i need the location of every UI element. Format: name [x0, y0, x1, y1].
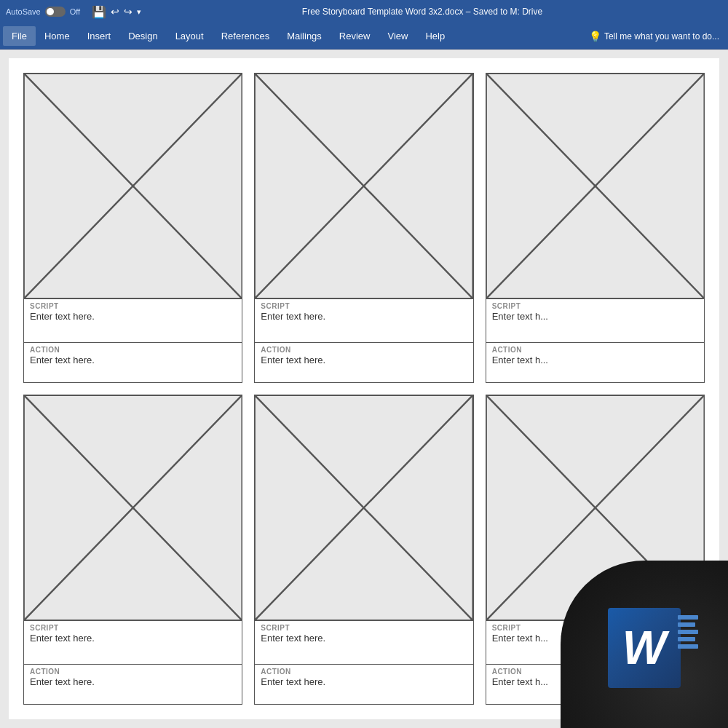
tab-references[interactable]: References: [213, 26, 278, 46]
action-section-5: ACTION Enter text here.: [255, 664, 472, 704]
script-label-5: SCRIPT: [261, 624, 467, 632]
image-placeholder-2: [255, 74, 472, 298]
action-text-3[interactable]: Enter text h...: [492, 355, 698, 365]
word-line-1: [678, 615, 698, 620]
tab-layout[interactable]: Layout: [167, 26, 213, 46]
word-logo-overlay: W: [561, 561, 728, 728]
off-label: Off: [70, 7, 80, 16]
title-bar-left: AutoSave Off 💾 ↩ ↪ ▾: [6, 5, 210, 19]
action-label-4: ACTION: [30, 668, 236, 676]
script-section-2: SCRIPT Enter text here.: [255, 298, 472, 342]
word-letter: W: [622, 625, 666, 671]
word-line-5: [678, 644, 698, 649]
script-text-5[interactable]: Enter text here.: [261, 633, 467, 644]
script-section-3: SCRIPT Enter text h...: [486, 298, 704, 342]
script-text-1[interactable]: Enter text here.: [30, 311, 236, 322]
action-section-1: ACTION Enter text here.: [24, 342, 242, 382]
tab-insert[interactable]: Insert: [79, 26, 120, 46]
script-section-1: SCRIPT Enter text here.: [24, 298, 242, 342]
tab-mailings[interactable]: Mailings: [278, 26, 331, 46]
tell-me-text: Tell me what you want to do...: [604, 31, 719, 41]
action-section-4: ACTION Enter text here.: [24, 664, 242, 704]
tab-home[interactable]: Home: [36, 26, 79, 46]
save-icon[interactable]: 💾: [92, 5, 106, 19]
tab-review[interactable]: Review: [331, 26, 379, 46]
action-section-2: ACTION Enter text here.: [255, 342, 472, 382]
image-placeholder-5: [255, 395, 472, 620]
storyboard-cell-2: SCRIPT Enter text here. ACTION Enter tex…: [254, 73, 473, 383]
tab-view[interactable]: View: [379, 26, 416, 46]
tab-design[interactable]: Design: [119, 26, 166, 46]
autosave-label: AutoSave: [6, 7, 41, 16]
script-label-4: SCRIPT: [30, 624, 236, 632]
ribbon-menu: File Home Insert Design Layout Reference…: [0, 23, 728, 50]
image-placeholder-1: [24, 74, 242, 298]
action-section-3: ACTION Enter text h...: [486, 342, 704, 382]
script-label-1: SCRIPT: [30, 302, 236, 310]
script-label-2: SCRIPT: [261, 302, 467, 310]
storyboard-cell-4: SCRIPT Enter text here. ACTION Enter tex…: [23, 395, 242, 705]
word-lines: [678, 615, 698, 649]
redo-icon[interactable]: ↪: [124, 6, 132, 17]
script-text-3[interactable]: Enter text h...: [492, 311, 698, 322]
storyboard-cell-3: SCRIPT Enter text h... ACTION Enter text…: [486, 73, 705, 383]
word-line-4: [678, 637, 695, 641]
word-line-2: [678, 622, 695, 627]
word-logo: W: [608, 608, 703, 703]
word-logo-background: W: [608, 608, 681, 688]
script-label-3: SCRIPT: [492, 302, 698, 310]
script-section-5: SCRIPT Enter text here.: [255, 620, 472, 664]
word-line-3: [678, 630, 698, 634]
script-text-2[interactable]: Enter text here.: [261, 311, 467, 322]
customize-icon[interactable]: ▾: [137, 7, 141, 17]
lightbulb-icon: 💡: [589, 31, 601, 42]
action-label-2: ACTION: [261, 346, 467, 354]
toggle-knob: [47, 8, 54, 15]
tab-file[interactable]: File: [3, 26, 36, 46]
action-text-2[interactable]: Enter text here.: [261, 355, 467, 365]
action-text-5[interactable]: Enter text here.: [261, 676, 467, 687]
action-text-1[interactable]: Enter text here.: [30, 355, 236, 365]
action-label-5: ACTION: [261, 668, 467, 676]
tell-me-box[interactable]: 💡 Tell me what you want to do...: [589, 31, 725, 42]
script-section-4: SCRIPT Enter text here.: [24, 620, 242, 664]
action-label-1: ACTION: [30, 346, 236, 354]
action-text-4[interactable]: Enter text here.: [30, 676, 236, 687]
image-placeholder-4: [24, 395, 242, 620]
tab-help[interactable]: Help: [416, 26, 454, 46]
action-label-3: ACTION: [492, 346, 698, 354]
title-bar: AutoSave Off 💾 ↩ ↪ ▾ Free Storyboard Tem…: [0, 0, 728, 23]
undo-icon[interactable]: ↩: [111, 6, 119, 17]
storyboard-cell-5: SCRIPT Enter text here. ACTION Enter tex…: [254, 395, 473, 705]
autosave-toggle[interactable]: [45, 7, 66, 17]
image-placeholder-3: [486, 74, 704, 298]
storyboard-cell-1: SCRIPT Enter text here. ACTION Enter tex…: [23, 73, 242, 383]
script-text-4[interactable]: Enter text here.: [30, 633, 236, 644]
document-title: Free Storyboard Template Word 3x2.docx –…: [210, 7, 635, 17]
